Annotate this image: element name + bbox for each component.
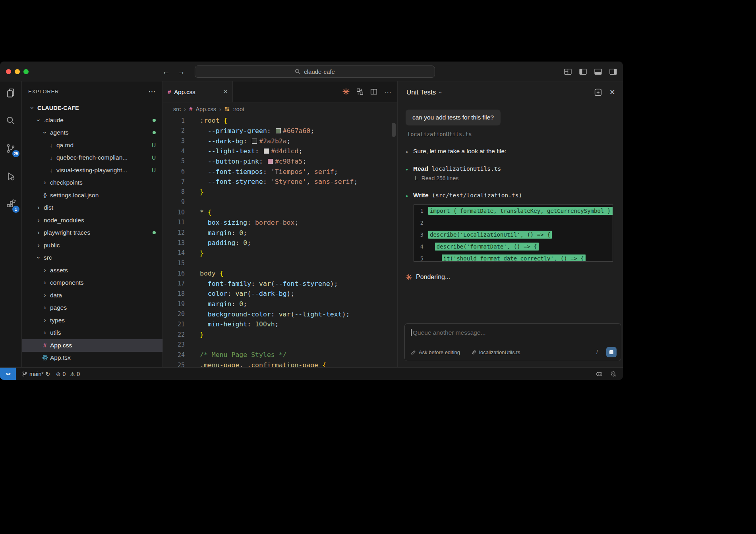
toggle-panel-icon[interactable] [594,67,602,76]
claude-icon[interactable] [342,88,350,95]
slash-command-hint[interactable]: / [596,349,598,355]
code-line[interactable]: 17 font-family: var(--font-styrene); [163,279,397,289]
message-input[interactable]: Queue another message... [405,324,621,336]
explorer-item-pages[interactable]: ›pages [22,302,162,314]
code-line[interactable]: 23 [163,339,397,350]
diff-code-block[interactable]: 1import { formatDate, translateKey, getC… [414,204,613,262]
tab-close-icon[interactable]: × [224,88,228,96]
back-arrow-icon[interactable]: ← [162,67,170,76]
code-line[interactable]: 6 --font-tiempos: 'Tiempos', serif; [163,166,397,177]
explorer-item-agents[interactable]: ›agents [22,127,162,139]
code-line[interactable]: 9 [163,197,397,207]
breadcrumb-symbol[interactable]: :root [233,106,244,112]
explorer-item-components[interactable]: ›components [22,277,162,289]
code-line[interactable]: 3 --dark-bg: #2a2b2a; [163,136,397,146]
code-line[interactable]: 24/* Menu Page Styles */ [163,350,397,360]
window-minimize-button[interactable] [15,69,20,74]
token: ; [299,147,303,155]
forward-arrow-icon[interactable]: → [177,67,185,76]
window-maximize-button[interactable] [23,69,29,74]
editor-scrollbar[interactable] [392,123,396,137]
explorer-item-public[interactable]: ›public [22,239,162,252]
code-line[interactable]: 22} [163,330,397,340]
breadcrumb-folder[interactable]: src [173,106,181,112]
code-line[interactable]: 19 margin: 0; [163,299,397,309]
extensions-activity-icon[interactable]: 1 [4,197,17,211]
explorer-item-src[interactable]: ›src [22,252,162,264]
explorer-item-app-css[interactable]: #App.css [22,339,162,352]
explorer-root-folder[interactable]: › CLAUDE-CAFE [22,102,162,114]
code-line[interactable]: 14} [163,248,397,258]
explorer-item-utils[interactable]: ›utils [22,327,162,339]
explorer-more-actions-icon[interactable]: ⋯ [148,87,156,96]
close-panel-icon[interactable]: × [610,88,615,97]
chevron-right-icon: › [184,106,186,112]
git-branch-item[interactable]: main* ↻ [22,371,50,377]
explorer-item-settings-local-json[interactable]: {}settings.local.json [22,189,162,202]
search-activity-icon[interactable] [4,114,17,127]
code-editor[interactable]: 1:root {2 --primary-green: #667a60;3 --d… [163,116,397,367]
explorer-item-dist[interactable]: ›dist [22,202,162,214]
command-center-search[interactable]: claude-cafe [195,66,435,78]
errors-icon: ⊘ [56,371,60,377]
explorer-item-data[interactable]: ›data [22,289,162,302]
split-editor-icon[interactable] [370,88,377,95]
explorer-item-playwright-traces[interactable]: ›playwright-traces [22,227,162,239]
code-line[interactable]: 2 --primary-green: #667a60; [163,126,397,136]
explorer-activity-icon[interactable] [4,86,17,100]
attached-file-chip[interactable]: localizationUtils.ts [471,349,520,355]
code-line[interactable]: 1:root { [163,116,397,126]
remote-indicator[interactable]: >< [0,368,16,380]
breadcrumb-file[interactable]: App.css [195,106,216,112]
editor-more-actions-icon[interactable]: ⋯ [384,87,392,96]
tool-call-write[interactable]: ● Write (src/test/localization.ts) [406,192,615,199]
chevron-down-icon: › [35,254,42,261]
code-line[interactable]: 5 --button-pink: #c98fa5; [163,156,397,167]
explorer-item-quebec-french-complian-[interactable]: ↓quebec-french-complian...U [22,152,162,164]
tool-call-read[interactable]: ● Read localizationUtils.ts [406,165,615,172]
explorer-item-assets[interactable]: ›assets [22,264,162,277]
code-line[interactable]: 20 background-color: var(--light-text); [163,309,397,319]
customize-layout-icon[interactable] [564,67,572,76]
added-code: it('should format date correctly', () =>… [442,254,586,262]
code-line[interactable]: 11 box-sizing: border-box; [163,218,397,228]
explorer-item-types[interactable]: ›types [22,314,162,327]
problems-item[interactable]: ⊘ 0 ⚠ 0 [56,371,80,377]
explorer-item--claude[interactable]: ›.claude [22,114,162,127]
code-line[interactable]: 15 [163,258,397,268]
open-changes-icon[interactable] [356,88,363,95]
code-line[interactable]: 4 --light-text: #d4d1cd; [163,146,397,156]
toggle-sidebar-icon[interactable] [579,67,587,76]
tab-app-css[interactable]: # App.css × [163,81,233,102]
explorer-item-node-modules[interactable]: ›node_modules [22,214,162,227]
sync-icon[interactable]: ↻ [46,371,50,377]
explorer-item-app-tsx[interactable]: App.tsx [22,352,162,364]
code-line[interactable]: 7 --font-styrene: 'Styrene', sans-serif; [163,177,397,187]
explorer-item-visual-testing-playwright-[interactable]: ↓visual-testing-playwright...U [22,164,162,177]
chevron-down-icon[interactable]: › [437,91,444,93]
explorer-item-checkpoints[interactable]: ›checkpoints [22,177,162,189]
token: : [231,229,239,237]
code-line[interactable]: 8} [163,187,397,197]
code-line[interactable]: 25.menu-page, .confirmation-page { [163,360,397,367]
run-debug-activity-icon[interactable] [4,170,17,183]
code-line[interactable]: 13 padding: 0; [163,238,397,248]
notifications-muted-icon[interactable] [610,370,617,378]
new-conversation-icon[interactable] [594,89,602,96]
toggle-secondary-sidebar-icon[interactable] [609,67,617,76]
code-line[interactable]: 12 margin: 0; [163,227,397,238]
window-close-button[interactable] [6,69,11,74]
permission-mode-selector[interactable]: Ask before editing [411,349,460,355]
code-line[interactable]: 18 color: var(--dark-bg); [163,289,397,299]
line-content: color: var(--dark-bg); [200,290,294,297]
stop-button[interactable] [606,347,617,357]
token: : [247,320,255,328]
line-content: min-height: 100vh; [200,320,279,328]
copilot-icon[interactable] [596,370,603,378]
diff-line: 5 it('should format date correctly', () … [414,253,613,262]
source-control-activity-icon[interactable]: 25 [4,142,17,155]
code-line[interactable]: 10* { [163,207,397,218]
code-line[interactable]: 21 min-height: 100vh; [163,319,397,330]
explorer-item-qa-md[interactable]: ↓qa.mdU [22,139,162,152]
code-line[interactable]: 16body { [163,268,397,279]
